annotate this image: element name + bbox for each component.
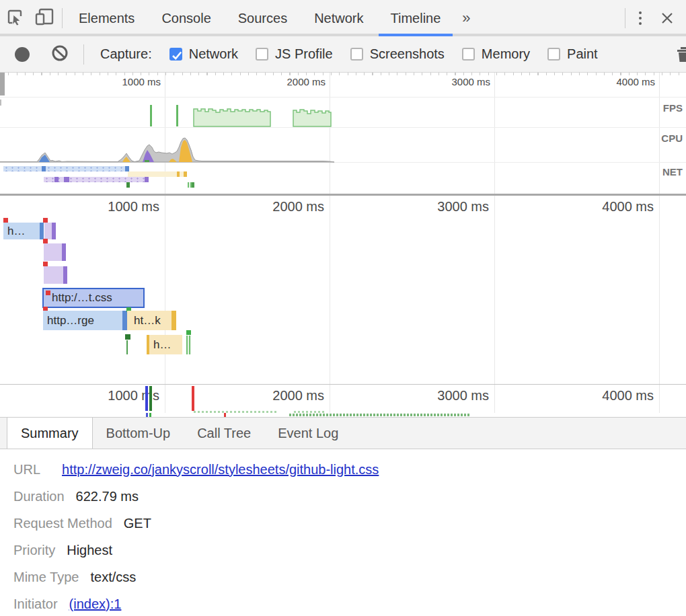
flame-ruler-label: 3000 ms (408, 199, 489, 215)
network-request-bar[interactable] (44, 223, 52, 239)
overview-scrollbar-remnant (0, 100, 1, 106)
detail-value: Highest (67, 543, 112, 558)
memory-checkbox[interactable] (462, 48, 475, 61)
network-request-bar[interactable] (44, 266, 63, 284)
request-bar-label: http:/…t.css (52, 291, 112, 304)
gridline (165, 385, 165, 413)
tab-call-tree[interactable]: Call Tree (184, 418, 264, 449)
device-toolbar-button[interactable] (30, 0, 59, 34)
request-bar-label: ht…k (134, 314, 161, 327)
more-tabs-chevron[interactable]: » (454, 0, 478, 36)
tab-label: Bottom-Up (106, 426, 171, 441)
garbage-collect-button[interactable] (675, 46, 686, 66)
network-checkbox-label[interactable]: Network (189, 46, 238, 62)
checkbox-paint[interactable]: Paint (547, 46, 598, 62)
net-request-bar (44, 177, 149, 182)
device-toolbar-icon (34, 7, 54, 26)
network-request-segment[interactable] (62, 243, 66, 261)
detail-value: GET (124, 516, 151, 531)
js-profile-checkbox[interactable] (256, 48, 268, 61)
net-request-segment (64, 177, 69, 182)
detail-label: Mime Type (13, 570, 79, 585)
js-profile-checkbox-label[interactable]: JS Profile (275, 46, 333, 62)
tab-label: Console (161, 11, 211, 26)
network-request-segment[interactable] (122, 311, 127, 330)
detail-label: Request Method (13, 516, 112, 531)
kebab-dot (639, 22, 642, 25)
gridline (165, 196, 165, 384)
network-request-bar-selected[interactable]: http:/…t.css (42, 288, 145, 308)
gridline (494, 196, 495, 384)
tab-label: Elements (79, 11, 135, 26)
tab-console[interactable]: Console (148, 0, 224, 36)
priority-marker (186, 330, 191, 335)
tab-label: Timeline (391, 11, 441, 26)
flame-ruler-label: 4000 ms (573, 199, 654, 215)
network-request-bar[interactable]: h… (3, 223, 40, 239)
tab-summary[interactable]: Summary (7, 418, 93, 449)
inspect-cursor-icon (6, 8, 24, 26)
detail-label: Duration (13, 489, 65, 504)
tab-network[interactable]: Network (301, 0, 377, 36)
overview-scrollbar[interactable] (0, 73, 5, 95)
chevron-double-icon: » (462, 9, 470, 27)
tab-bottom-up[interactable]: Bottom-Up (93, 418, 184, 449)
clear-recording-button[interactable] (51, 44, 69, 65)
memory-checkbox-label[interactable]: Memory (482, 46, 530, 62)
speck-dashes (289, 414, 471, 416)
checkbox-screenshots[interactable]: Screenshots (350, 46, 445, 62)
priority-marker (46, 291, 50, 295)
toolbar-separator (62, 8, 63, 28)
inspect-element-button[interactable] (0, 0, 30, 34)
network-request-segment[interactable] (40, 223, 44, 239)
bottom-ruler-label: 2000 ms (243, 388, 324, 403)
bottom-ruler-label: 4000 ms (573, 388, 654, 403)
initiator-link[interactable]: (index):1 (69, 596, 122, 612)
detail-row-priority: Priority Highest (13, 537, 686, 564)
network-request-segment[interactable] (52, 223, 56, 239)
network-request-bar[interactable]: h… (149, 335, 182, 354)
timeline-flame-chart[interactable]: 1000 ms 2000 ms 3000 ms 4000 ms h… http:… (0, 196, 686, 384)
checkbox-js-profile[interactable]: JS Profile (256, 46, 333, 62)
network-request-segment[interactable] (172, 311, 176, 330)
tab-event-log[interactable]: Event Log (264, 418, 352, 449)
close-devtools-button[interactable] (652, 0, 682, 36)
timeline-overview-pane[interactable]: 1000 ms 2000 ms 3000 ms 4000 ms FPS CPU (0, 73, 686, 196)
checkbox-network[interactable]: Network (169, 46, 238, 62)
screenshots-checkbox-label[interactable]: Screenshots (370, 46, 445, 62)
paint-checkbox-label[interactable]: Paint (567, 46, 598, 62)
tab-timeline[interactable]: Timeline (377, 0, 455, 36)
request-bar-label: h… (7, 225, 25, 237)
kebab-dot (639, 11, 642, 14)
speck-red (224, 413, 226, 417)
network-request-bar[interactable]: http…rge (43, 311, 122, 330)
network-request-segment[interactable] (63, 266, 67, 284)
paint-checkbox[interactable] (547, 48, 560, 61)
screenshots-checkbox[interactable] (350, 48, 363, 61)
tab-sources[interactable]: Sources (225, 0, 301, 36)
overview-ruler-label: 2000 ms (262, 76, 326, 87)
fps-chart (0, 97, 686, 127)
detail-row-initiator: Initiator (index):1 (13, 590, 686, 616)
net-request-segment (54, 177, 59, 182)
request-bar-label: h… (153, 338, 171, 351)
speck-green (149, 413, 151, 417)
tab-elements[interactable]: Elements (65, 0, 148, 36)
url-link[interactable]: http://zweig.co/jankyscroll/stylesheets/… (62, 462, 379, 477)
checkbox-memory[interactable]: Memory (462, 46, 530, 62)
event-marker-line (126, 340, 128, 354)
network-checkbox[interactable] (169, 48, 182, 61)
net-lane-label: NET (662, 166, 683, 178)
gridline (494, 385, 495, 413)
ruler-ticks (0, 73, 686, 75)
network-request-bar[interactable] (44, 243, 62, 261)
detail-label: Initiator (13, 596, 58, 612)
detail-value: text/css (90, 570, 136, 585)
record-button[interactable] (15, 47, 30, 62)
settings-menu-button[interactable] (628, 0, 652, 36)
frames-ruler[interactable]: 1000 ms 2000 ms 3000 ms 4000 ms (0, 384, 686, 413)
detail-row-mime-type: Mime Type text/css (13, 564, 686, 590)
network-request-bar[interactable]: ht…k (127, 311, 172, 330)
summary-pane: URL http://zweig.co/jankyscroll/styleshe… (0, 449, 686, 616)
fps-lane-label: FPS (663, 102, 683, 114)
